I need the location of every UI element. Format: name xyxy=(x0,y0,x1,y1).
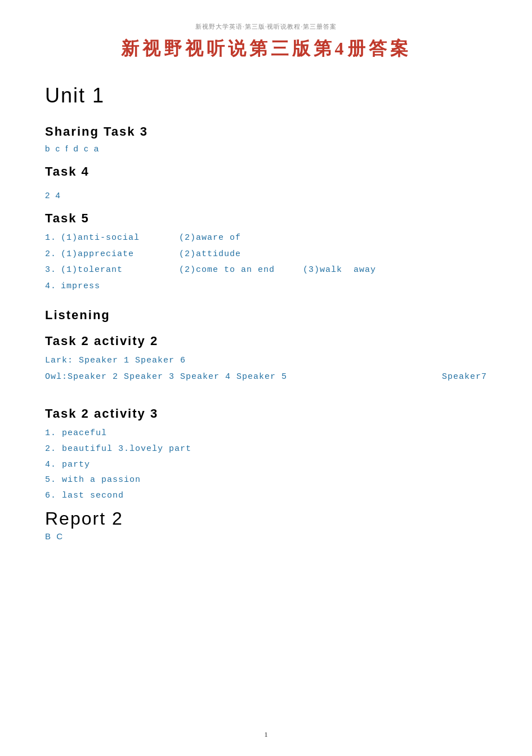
sharing-task3-answer: b c f d c a xyxy=(45,144,487,153)
task5-item-2-col1: (1)appreciate xyxy=(61,247,179,263)
task5-item-3-col2: (2)come to an end xyxy=(179,262,303,279)
task5-item-3: 3. (1)tolerant (2)come to an end (3)walk… xyxy=(45,262,487,279)
task5-list: 1. (1)anti-social (2)aware of 2. (1)appr… xyxy=(45,230,487,294)
task2-activity2-heading: Task 2 activity 2 xyxy=(45,334,487,348)
sharing-task3-section: Sharing Task 3 b c f d c a xyxy=(45,124,487,153)
owl-row: Owl:Speaker 2 Speaker 3 Speaker 4 Speake… xyxy=(45,369,487,386)
task2-activity3-heading: Task 2 activity 3 xyxy=(45,406,487,421)
task4-answer: 2 4 xyxy=(45,190,487,200)
task4-heading: Task 4 xyxy=(45,164,487,179)
lark-row: Lark: Speaker 1 Speaker 6 xyxy=(45,353,487,369)
page-number: 1 xyxy=(45,730,487,739)
activity3-item-2: 2. beautiful 3.lovely part xyxy=(45,441,487,457)
task5-item-1: 1. (1)anti-social (2)aware of xyxy=(45,230,487,247)
report-title: Report 2 xyxy=(45,508,487,529)
task5-item-4-col1: impress xyxy=(61,279,179,295)
task5-item-3-col1: (1)tolerant xyxy=(61,262,179,279)
task4-section: Task 4 2 4 xyxy=(45,164,487,200)
task5-item-3-col3: (3)walk xyxy=(303,262,354,279)
activity3-item-4: 5. with a passion xyxy=(45,472,487,488)
listening-section: Listening Task 2 activity 2 Lark: Speake… xyxy=(45,308,487,541)
owl-row-text: Owl:Speaker 2 Speaker 3 Speaker 4 Speake… xyxy=(45,369,431,386)
task5-item-1-col2: (2)aware of xyxy=(179,230,303,247)
activity3-item-3: 4. party xyxy=(45,457,487,473)
activity3-item-1: 1. peaceful xyxy=(45,426,487,441)
main-title: 新视野视听说第三版第4册答案 xyxy=(45,37,487,61)
unit-title: Unit 1 xyxy=(45,84,487,108)
task5-item-1-num: 1. xyxy=(45,230,61,247)
speaker7-text: Speaker7 xyxy=(442,369,487,386)
task2-activity3-section: Task 2 activity 3 1. peaceful 2. beautif… xyxy=(45,406,487,541)
task5-item-2-col2: (2)attidude xyxy=(179,247,303,263)
task2-activity2-section: Task 2 activity 2 Lark: Speaker 1 Speake… xyxy=(45,334,487,385)
task5-heading: Task 5 xyxy=(45,211,487,226)
task5-section: Task 5 1. (1)anti-social (2)aware of 2. … xyxy=(45,211,487,294)
lark-row-text: Lark: Speaker 1 Speaker 6 xyxy=(45,353,487,369)
task5-item-4: 4. impress xyxy=(45,279,487,295)
listening-heading: Listening xyxy=(45,308,487,323)
report-answer: B C xyxy=(45,531,487,541)
task5-item-3-num: 3. xyxy=(45,262,61,279)
task5-item-3-col4: away xyxy=(354,262,376,279)
sharing-task3-heading: Sharing Task 3 xyxy=(45,124,487,139)
activity3-list: 1. peaceful 2. beautiful 3.lovely part 4… xyxy=(45,426,487,504)
task5-item-2-num: 2. xyxy=(45,247,61,263)
watermark: 新视野大学英语·第三版·视听说教程·第三册答案 xyxy=(45,23,487,31)
task5-item-4-num: 4. xyxy=(45,279,61,295)
task5-item-2: 2. (1)appreciate (2)attidude xyxy=(45,247,487,263)
activity3-item-5: 6. last second xyxy=(45,488,487,504)
task5-item-1-col1: (1)anti-social xyxy=(61,230,179,247)
